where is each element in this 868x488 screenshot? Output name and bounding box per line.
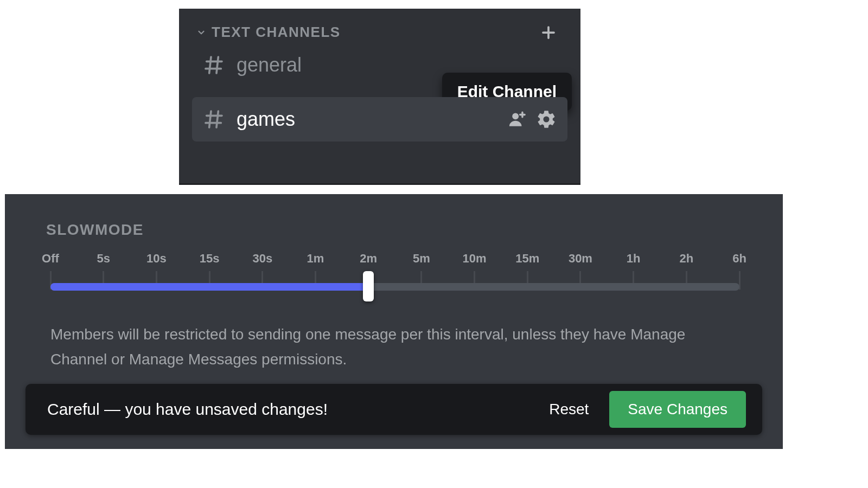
slider-tick-label: 5m [405,252,438,266]
channel-category-left: TEXT CHANNELS [196,24,341,41]
gear-icon[interactable] [536,109,557,130]
slowmode-label: SLOWMODE [46,221,144,239]
slider-tick-label: Off [34,252,67,266]
slider-tick-label: 15m [511,252,544,266]
slider-tick-label: 10s [140,252,173,266]
reset-button[interactable]: Reset [534,395,604,423]
slider-tick: 5s [87,252,120,266]
slider-tick-label: 1h [617,252,650,266]
channel-item-games[interactable]: games [192,97,567,142]
slider-fill [50,283,368,291]
hash-icon [203,108,225,130]
channel-item-general[interactable]: general [192,48,567,82]
slider-track[interactable] [50,283,739,291]
slider-tick-label: 15s [193,252,226,266]
add-channel-icon[interactable] [540,24,557,41]
slider-tick: 10s [140,252,173,266]
slider-tick: Off [34,252,67,266]
invite-user-icon[interactable] [508,110,526,129]
slider-tick: 1m [299,252,331,266]
chevron-down-icon [196,28,206,37]
slider-tick-label: 5s [87,252,120,266]
channel-category-label: TEXT CHANNELS [212,24,341,41]
slider-tick: 15s [193,252,226,266]
svg-point-0 [512,113,519,119]
slider-tick-label: 10m [458,252,491,266]
slider-tick: 1h [617,252,650,266]
channel-name-label: games [237,108,508,131]
slowmode-settings-panel: SLOWMODE Off5s10s15s30s1m2m5m10m15m30m1h… [5,194,783,449]
slider-tick: 5m [405,252,438,266]
slider-handle[interactable] [363,271,374,301]
slider-tick: 2h [670,252,703,266]
unsaved-changes-bar: Careful — you have unsaved changes! Rese… [25,384,762,435]
slider-tick: 30s [246,252,279,266]
slider-tick: 10m [458,252,491,266]
slowmode-description: Members will be restricted to sending on… [50,322,734,372]
hash-icon [203,54,225,76]
slider-tick-label: 2h [670,252,703,266]
unsaved-changes-message: Careful — you have unsaved changes! [47,400,534,419]
slider-tick-label: 30m [564,252,597,266]
slider-tick-label: 2m [352,252,385,266]
channel-category-row[interactable]: TEXT CHANNELS [179,9,580,41]
save-changes-button[interactable]: Save Changes [609,391,746,428]
slider-tick: 6h [723,252,756,266]
channel-name-label: general [237,54,557,76]
slider-tick: 15m [511,252,544,266]
slowmode-slider[interactable]: Off5s10s15s30s1m2m5m10m15m30m1h2h6h [50,252,739,291]
slider-tick-label: 30s [246,252,279,266]
channel-list-panel: TEXT CHANNELS Edit Channel general games [179,9,580,185]
slider-tick-label: 1m [299,252,331,266]
slider-tick: 30m [564,252,597,266]
channel-actions [508,109,557,130]
slider-tick: 2m [352,252,385,266]
slider-tick-label: 6h [723,252,756,266]
